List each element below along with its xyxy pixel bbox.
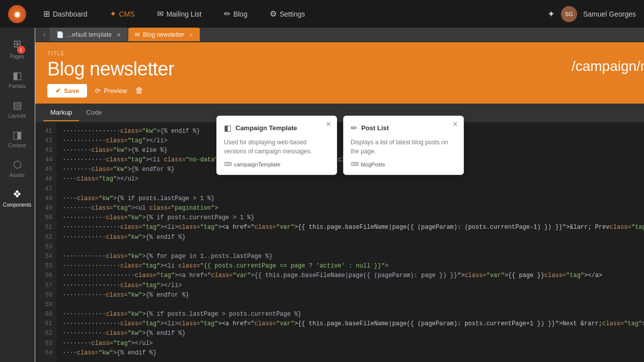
popup-campaign-tag-icon: ⌨ xyxy=(224,161,232,167)
components-icon: ❖ xyxy=(13,188,22,200)
url-label: URL xyxy=(572,50,644,56)
popup-campaign-close[interactable]: ✕ xyxy=(326,120,332,128)
nav-dashboard[interactable]: ⊞ Dashboard xyxy=(38,6,93,22)
main-layout: ⊞ 1 Pages ◧ Partials ▤ Layouts ◨ Content… xyxy=(0,28,644,362)
tab-blog-newsletter[interactable]: ✉ Blog newsletter ✕ xyxy=(128,28,200,41)
tab-newsletter-close[interactable]: ✕ xyxy=(189,32,193,38)
popup-campaign-tag: ⌨ campaignTemplate xyxy=(224,161,330,167)
popup-campaign-header: ◧ Campaign Template xyxy=(224,123,330,133)
sidebar-assets-label: Assets xyxy=(10,172,25,178)
sidebar-item-pages[interactable]: ⊞ 1 Pages xyxy=(0,34,34,63)
dashboard-icon: ⊞ xyxy=(43,9,50,19)
tab-newsletter-label: Blog newsletter xyxy=(143,31,184,38)
tab-prev-icon[interactable]: ‹ xyxy=(39,28,50,41)
settings-icon: ⚙ xyxy=(270,9,277,19)
popup-postlist-icon: ✏ xyxy=(351,123,357,133)
nav-mailing-label: Mailing List xyxy=(167,10,202,18)
sidebar-content-label: Content xyxy=(8,143,26,148)
nav-blog-label: Blog xyxy=(233,10,248,18)
nav-gear-icon[interactable]: ✦ xyxy=(547,9,555,20)
popup-overlay: ✕ ◧ Campaign Template Used for displayin… xyxy=(216,116,464,175)
tab-mail-icon: ✉ xyxy=(135,31,140,38)
sidebar-item-content[interactable]: ◨ Content xyxy=(0,125,34,152)
popup-campaign-icon: ◧ xyxy=(224,123,231,133)
pages-badge: 1 xyxy=(17,46,25,54)
content-header: TITLE Blog newsletter URL /campaign/mess… xyxy=(35,42,644,104)
popup-postlist-tag: ⌨ blogPosts xyxy=(351,161,456,167)
nav-cms-label: CMS xyxy=(119,10,135,18)
popup-postlist-desc: Displays a list of latest blog posts on … xyxy=(351,138,456,156)
layouts-icon: ▤ xyxy=(13,99,22,111)
page-title: Blog newsletter xyxy=(47,58,174,80)
assets-icon: ⬡ xyxy=(13,158,22,170)
nav-cms[interactable]: ✦ CMS xyxy=(105,6,140,22)
delete-button[interactable]: 🗑 xyxy=(135,86,143,95)
user-name: Samuel Georges xyxy=(583,10,636,18)
save-button[interactable]: ✔ Save xyxy=(47,84,87,98)
header-url-group: URL /campaign/message/:cod xyxy=(572,50,644,74)
popup-campaign-desc: Used for displaying web-based versions o… xyxy=(224,138,330,156)
sidebar-item-layouts[interactable]: ▤ Layouts xyxy=(0,95,34,123)
right-content: ‹ 📄 ...efault template ✕ ✉ Blog newslett… xyxy=(35,28,644,362)
nav-dashboard-label: Dashboard xyxy=(53,10,88,18)
tab-doc-icon: 📄 xyxy=(56,31,64,38)
user-avatar: SG xyxy=(561,6,577,22)
nav-settings[interactable]: ⚙ Settings xyxy=(265,6,310,22)
popup-campaign-tag-value: campaignTemplate xyxy=(234,161,280,167)
preview-icon: ⟳ xyxy=(95,87,101,95)
popup-postlist-title: Post List xyxy=(361,124,389,132)
top-nav: ◉ ⊞ Dashboard ✦ CMS ✉ Mailing List ✏ Blo… xyxy=(0,0,644,28)
cms-icon: ✦ xyxy=(110,9,116,19)
line-numbers: 4142434445464748495051525354555657585960… xyxy=(35,123,56,363)
nav-right: ✦ SG Samuel Georges xyxy=(547,6,636,22)
app-logo[interactable]: ◉ xyxy=(8,5,26,23)
nav-settings-label: Settings xyxy=(280,10,305,18)
header-meta: TITLE Blog newsletter URL /campaign/mess… xyxy=(47,50,644,80)
partials-icon: ◧ xyxy=(13,69,22,81)
header-title-group: TITLE Blog newsletter xyxy=(47,50,174,80)
popup-post-list: ✕ ✏ Post List Displays a list of latest … xyxy=(343,116,464,175)
mail-icon: ✉ xyxy=(157,9,164,19)
save-check-icon: ✔ xyxy=(55,87,61,95)
popup-campaign-title: Campaign Template xyxy=(235,124,297,132)
preview-label: Preview xyxy=(104,87,127,95)
nav-mailing[interactable]: ✉ Mailing List xyxy=(152,6,207,22)
sidebar-item-assets[interactable]: ⬡ Assets xyxy=(0,154,34,182)
tab-default-template[interactable]: 📄 ...efault template ✕ xyxy=(50,28,127,41)
tab-default-label: ...efault template xyxy=(67,31,112,38)
popup-postlist-tag-value: blogPosts xyxy=(361,161,385,167)
sidebar-components-label: Components xyxy=(3,202,32,208)
header-actions: ✔ Save ⟳ Preview 🗑 ▲ xyxy=(47,84,644,98)
sidebar-pages-label: Pages xyxy=(10,54,24,59)
tab-default-close[interactable]: ✕ xyxy=(117,32,121,38)
page-url: /campaign/message/:cod xyxy=(572,58,644,74)
sidebar-item-partials[interactable]: ◧ Partials xyxy=(0,65,34,93)
title-label: TITLE xyxy=(47,50,174,56)
nav-blog[interactable]: ✏ Blog xyxy=(219,6,253,22)
tab-markup[interactable]: Markup xyxy=(43,105,79,121)
popup-postlist-close[interactable]: ✕ xyxy=(452,120,458,128)
blog-icon: ✏ xyxy=(224,9,230,19)
popup-postlist-tag-icon: ⌨ xyxy=(351,161,359,167)
sidebar-partials-label: Partials xyxy=(9,83,25,89)
tab-code[interactable]: Code xyxy=(79,105,109,121)
left-sidebar: ⊞ 1 Pages ◧ Partials ▤ Layouts ◨ Content… xyxy=(0,28,35,362)
sidebar-layouts-label: Layouts xyxy=(8,113,26,119)
save-label: Save xyxy=(64,87,79,95)
content-icon: ◨ xyxy=(13,129,22,141)
sidebar-item-components[interactable]: ❖ Components xyxy=(0,184,34,212)
preview-button[interactable]: ⟳ Preview xyxy=(95,87,127,95)
popup-postlist-header: ✏ Post List xyxy=(351,123,456,133)
tab-bar: ‹ 📄 ...efault template ✕ ✉ Blog newslett… xyxy=(35,28,644,42)
popup-campaign-template: ✕ ◧ Campaign Template Used for displayin… xyxy=(216,116,337,175)
